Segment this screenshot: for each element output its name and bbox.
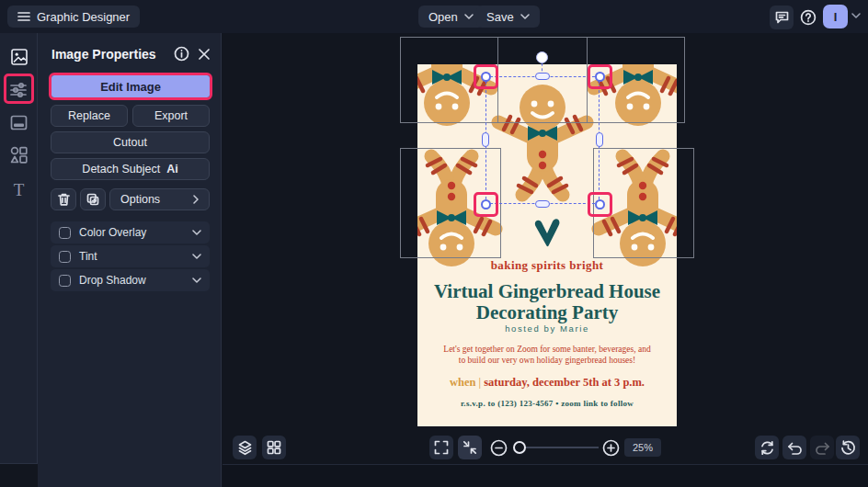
sync-icon bbox=[760, 440, 775, 456]
status-strip bbox=[223, 464, 868, 487]
fit-to-screen-button[interactable] bbox=[458, 436, 482, 459]
text-icon: T bbox=[14, 180, 25, 200]
avatar[interactable]: I bbox=[823, 5, 848, 28]
copy-icon bbox=[86, 193, 99, 206]
detach-subject-button[interactable]: Detach Subject Ai bbox=[51, 158, 210, 180]
effect-row-drop-shadow[interactable]: Drop Shadow bbox=[51, 269, 210, 291]
redo-button[interactable] bbox=[810, 436, 834, 459]
zoom-out-icon bbox=[490, 439, 508, 457]
rail-item-layout[interactable] bbox=[6, 110, 31, 135]
annotation-highlight-edit-image: Edit Image bbox=[49, 73, 212, 100]
layers-button[interactable] bbox=[233, 436, 257, 459]
invitation-when-line[interactable]: when | saturday, december 5th at 3 p.m. bbox=[417, 376, 677, 390]
redo-icon bbox=[815, 441, 830, 455]
resize-handle-left[interactable] bbox=[482, 132, 489, 147]
close-icon[interactable] bbox=[199, 49, 210, 60]
invitation-hosted-by[interactable]: hosted by Marie bbox=[417, 323, 677, 334]
tint-checkbox[interactable] bbox=[59, 251, 71, 263]
left-icon-rail: T bbox=[0, 33, 38, 464]
undo-button[interactable] bbox=[782, 436, 806, 459]
zoom-in-button[interactable] bbox=[599, 436, 622, 459]
account-menu-chevron-icon[interactable] bbox=[851, 13, 861, 18]
zoom-level-field[interactable]: 25% bbox=[624, 438, 661, 457]
resize-handle-top-right[interactable] bbox=[595, 72, 605, 82]
rail-item-image[interactable] bbox=[6, 44, 31, 69]
resize-handle-bottom[interactable] bbox=[535, 200, 550, 208]
layers-icon bbox=[237, 440, 253, 456]
drop-shadow-checkbox[interactable] bbox=[59, 275, 71, 287]
rotation-handle[interactable] bbox=[536, 51, 548, 63]
invitation-tagline[interactable]: baking spirits bright bbox=[417, 258, 677, 273]
app-menu-button[interactable]: Graphic Designer bbox=[7, 6, 140, 28]
chat-icon bbox=[775, 11, 789, 24]
cutout-button[interactable]: Cutout bbox=[51, 131, 210, 153]
chevron-down-icon bbox=[192, 230, 201, 235]
resize-handle-top-left[interactable] bbox=[481, 72, 491, 82]
help-icon bbox=[800, 9, 817, 26]
zoom-slider-track[interactable] bbox=[521, 447, 599, 448]
duplicate-button[interactable] bbox=[80, 188, 106, 210]
hamburger-icon bbox=[17, 11, 30, 22]
image-properties-panel: Image Properties Edit Image Replace Expo… bbox=[38, 33, 222, 487]
reset-view-button[interactable] bbox=[755, 436, 779, 459]
pages-grid-button[interactable] bbox=[262, 436, 286, 459]
design-canvas[interactable]: baking spirits bright Virtual Gingerbrea… bbox=[223, 33, 868, 487]
info-icon[interactable] bbox=[174, 46, 189, 62]
ai-badge: Ai bbox=[166, 163, 178, 176]
feedback-button[interactable] bbox=[770, 6, 794, 29]
fit-to-screen-icon bbox=[463, 440, 477, 455]
top-bar: Graphic Designer Open Save I bbox=[0, 0, 868, 33]
color-overlay-checkbox[interactable] bbox=[59, 227, 71, 239]
zoom-in-icon bbox=[602, 439, 620, 457]
history-icon bbox=[840, 440, 856, 456]
open-button[interactable]: Open bbox=[418, 6, 484, 28]
save-button[interactable]: Save bbox=[476, 6, 540, 28]
chevron-down-icon bbox=[520, 14, 530, 19]
layout-icon bbox=[10, 115, 28, 130]
zoom-out-button[interactable] bbox=[486, 436, 510, 459]
heart-mark-icon[interactable] bbox=[533, 219, 561, 247]
trash-icon bbox=[58, 193, 70, 206]
resize-handle-bottom-right[interactable] bbox=[595, 199, 605, 210]
effect-row-color-overlay[interactable]: Color Overlay bbox=[51, 221, 210, 244]
undo-icon bbox=[787, 441, 803, 455]
resize-handle-top[interactable] bbox=[535, 73, 550, 80]
image-icon bbox=[10, 48, 29, 66]
app-title: Graphic Designer bbox=[37, 10, 130, 24]
chevron-down-icon bbox=[192, 254, 201, 259]
selection-bounding-box bbox=[485, 76, 600, 204]
invitation-body[interactable]: Let's get together on Zoom for some bant… bbox=[417, 345, 677, 366]
options-button[interactable]: Options bbox=[109, 188, 210, 210]
delete-button[interactable] bbox=[51, 188, 76, 210]
adjustments-icon bbox=[10, 82, 28, 98]
resize-handle-bottom-left[interactable] bbox=[481, 199, 491, 210]
panel-title: Image Properties bbox=[51, 47, 174, 62]
export-button[interactable]: Export bbox=[132, 105, 210, 127]
fullscreen-icon bbox=[434, 440, 449, 455]
fullscreen-button[interactable] bbox=[429, 436, 453, 459]
zoom-slider-handle[interactable] bbox=[513, 441, 526, 454]
rail-item-adjustments[interactable] bbox=[6, 77, 31, 102]
rail-item-text[interactable]: T bbox=[6, 177, 31, 202]
rail-item-shapes[interactable] bbox=[6, 142, 31, 167]
shapes-icon bbox=[10, 146, 28, 164]
chevron-down-icon bbox=[192, 277, 201, 283]
chevron-right-icon bbox=[193, 195, 199, 204]
invitation-title[interactable]: Virtual Gingerbread House Decorating Par… bbox=[417, 281, 677, 323]
chevron-down-icon bbox=[464, 14, 474, 19]
help-button[interactable] bbox=[796, 6, 820, 29]
effect-row-tint[interactable]: Tint bbox=[51, 245, 210, 267]
resize-handle-right[interactable] bbox=[596, 132, 603, 147]
edit-image-button[interactable]: Edit Image bbox=[51, 75, 210, 97]
grid-icon bbox=[267, 440, 281, 455]
history-button[interactable] bbox=[836, 436, 860, 459]
replace-button[interactable]: Replace bbox=[51, 105, 128, 127]
invitation-rsvp[interactable]: r.s.v.p. to (123) 123-4567 • zoom link t… bbox=[417, 399, 677, 408]
